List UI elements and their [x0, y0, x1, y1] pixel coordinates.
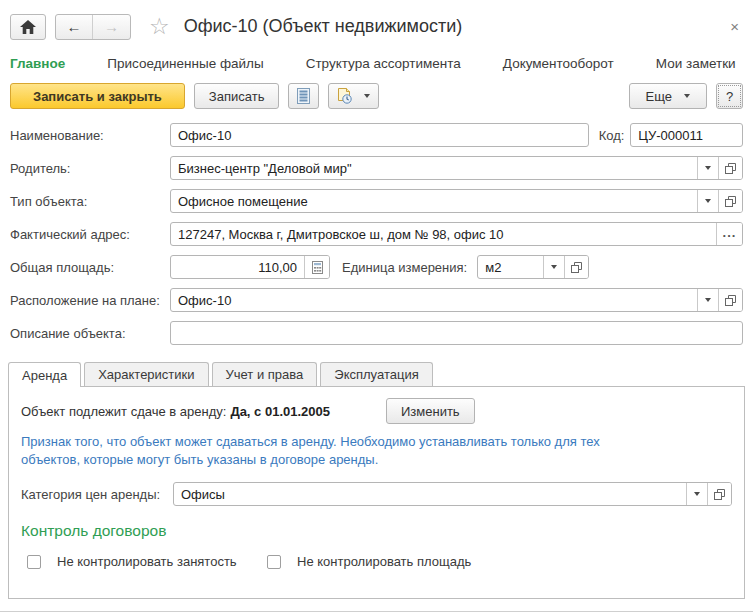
unit-dropdown-button[interactable] — [543, 256, 564, 278]
address-row: Фактический адрес: 127247, Москва г, Дми… — [10, 222, 743, 246]
rent-status-value: Да, с 01.01.2005 — [230, 404, 330, 419]
change-history-button[interactable] — [328, 83, 379, 109]
chevron-down-icon — [705, 166, 711, 170]
chevron-down-icon — [705, 199, 711, 203]
object-type-label: Тип объекта: — [10, 194, 170, 209]
rent-hint-text: Признак того, что объект может сдаваться… — [21, 433, 621, 469]
area-input[interactable]: 110,00 — [170, 255, 330, 279]
price-category-row: Категория цен аренды: Офисы — [21, 482, 732, 506]
name-row: Наименование: Офис-10 Код: ЦУ-000011 — [10, 123, 743, 147]
parent-label: Родитель: — [10, 161, 170, 176]
area-control-checkbox[interactable] — [267, 555, 281, 569]
area-checkbox-group: Не контролировать площадь — [267, 554, 471, 569]
nav-item-document-flow[interactable]: Документооборот — [503, 56, 614, 71]
description-label: Описание объекта: — [10, 326, 170, 341]
description-row: Описание объекта: — [10, 321, 743, 345]
occupancy-checkbox-label[interactable]: Не контролировать занятость — [57, 554, 237, 569]
nav-item-my-notes[interactable]: Мои заметки — [656, 56, 736, 71]
unit-open-button[interactable] — [564, 256, 588, 278]
object-form: Наименование: Офис-10 Код: ЦУ-000011 Род… — [0, 111, 753, 345]
unit-value: м2 — [478, 260, 543, 275]
description-input[interactable] — [170, 321, 743, 345]
unit-combo[interactable]: м2 — [477, 255, 589, 279]
unit-label: Единица измерения: — [342, 260, 467, 275]
plan-location-dropdown-button[interactable] — [697, 289, 718, 311]
help-button[interactable]: ? — [716, 83, 743, 109]
open-link-icon — [725, 295, 736, 306]
address-more-button[interactable]: ... — [716, 223, 742, 245]
rent-tab-panel: Объект подлежит сдаче в аренду: Да, с 01… — [8, 386, 745, 599]
parent-row: Родитель: Бизнес-центр "Деловой мир" — [10, 156, 743, 180]
parent-value: Бизнес-центр "Деловой мир" — [171, 161, 697, 176]
window-title: Офис-10 (Объект недвижимости) — [184, 16, 463, 37]
tab-rent[interactable]: Аренда — [8, 362, 81, 387]
section-menu: Главное Присоединенные файлы Структура а… — [0, 44, 753, 83]
object-type-value: Офисное помещение — [171, 194, 697, 209]
price-category-combo[interactable]: Офисы — [173, 482, 732, 506]
forward-button[interactable]: → — [93, 15, 130, 39]
area-label: Общая площадь: — [10, 260, 170, 275]
occupancy-checkbox-group: Не контролировать занятость — [27, 554, 267, 569]
back-button[interactable]: ← — [56, 15, 93, 39]
save-and-close-button[interactable]: Записать и закрыть — [10, 83, 185, 109]
parent-dropdown-button[interactable] — [697, 157, 718, 179]
rent-status-row: Объект подлежит сдаче в аренду: Да, с 01… — [21, 399, 732, 423]
favorite-star-icon[interactable]: ☆ — [149, 15, 170, 38]
history-nav-group: ← → — [55, 14, 131, 40]
object-type-dropdown-button[interactable] — [697, 190, 718, 212]
chevron-down-icon — [694, 492, 700, 496]
object-type-combo[interactable]: Офисное помещение — [170, 189, 743, 213]
tab-characteristics[interactable]: Характеристики — [84, 362, 208, 386]
price-category-dropdown-button[interactable] — [686, 483, 707, 505]
address-input[interactable]: 127247, Москва г, Дмитровское ш, дом № 9… — [170, 222, 743, 246]
form-toolbar: Записать и закрыть Записать Еще ? — [0, 83, 753, 111]
window-bottom-border — [0, 611, 753, 612]
contracts-control-heading: Контроль договоров — [21, 522, 732, 540]
price-category-label: Категория цен аренды: — [21, 487, 173, 502]
plan-location-row: Расположение на плане: Офис-10 — [10, 288, 743, 312]
home-button[interactable] — [10, 14, 46, 40]
nav-item-assortment-structure[interactable]: Структура ассортимента — [306, 56, 461, 71]
object-type-open-button[interactable] — [718, 190, 742, 212]
chevron-down-icon — [705, 298, 711, 302]
control-checkbox-row: Не контролировать занятость Не контролир… — [21, 554, 732, 569]
address-label: Фактический адрес: — [10, 227, 170, 242]
list-icon — [297, 88, 310, 104]
rent-status-label: Объект подлежит сдаче в аренду: — [21, 404, 226, 419]
nav-item-attached-files[interactable]: Присоединенные файлы — [107, 56, 263, 71]
tab-accounting-rights[interactable]: Учет и права — [212, 362, 318, 386]
parent-combo[interactable]: Бизнес-центр "Деловой мир" — [170, 156, 743, 180]
name-input[interactable]: Офис-10 — [170, 123, 589, 147]
code-input[interactable]: ЦУ-000011 — [630, 123, 743, 147]
area-row: Общая площадь: 110,00 Единица измерения:… — [10, 255, 743, 279]
open-link-icon — [714, 489, 725, 500]
parent-open-button[interactable] — [718, 157, 742, 179]
title-bar: ← → ☆ Офис-10 (Объект недвижимости) × — [0, 0, 753, 44]
occupancy-checkbox[interactable] — [27, 555, 41, 569]
chevron-down-icon — [364, 94, 370, 98]
detail-tabs: Аренда Характеристики Учет и права Экспл… — [8, 362, 745, 386]
name-value: Офис-10 — [171, 128, 588, 143]
save-button[interactable]: Записать — [194, 83, 280, 109]
close-icon[interactable]: × — [726, 18, 743, 35]
area-checkbox-label[interactable]: Не контролировать площадь — [297, 554, 471, 569]
area-value: 110,00 — [171, 260, 304, 275]
plan-location-open-button[interactable] — [718, 289, 742, 311]
address-value: 127247, Москва г, Дмитровское ш, дом № 9… — [171, 227, 716, 242]
forward-arrow-icon: → — [104, 18, 119, 35]
plan-location-label: Расположение на плане: — [10, 293, 170, 308]
area-calculator-button[interactable] — [304, 256, 329, 278]
change-button[interactable]: Изменить — [386, 398, 475, 424]
plan-location-combo[interactable]: Офис-10 — [170, 288, 743, 312]
back-arrow-icon: ← — [67, 18, 82, 35]
code-label: Код: — [599, 128, 625, 143]
price-category-open-button[interactable] — [707, 483, 731, 505]
show-in-list-button[interactable] — [288, 83, 319, 109]
calculator-icon — [312, 261, 323, 274]
more-button-label: Еще — [646, 89, 672, 104]
tab-exploitation[interactable]: Эксплуатация — [320, 362, 432, 386]
plan-location-value: Офис-10 — [171, 293, 697, 308]
nav-item-main[interactable]: Главное — [10, 56, 65, 71]
more-button[interactable]: Еще — [629, 83, 707, 109]
open-link-icon — [571, 262, 582, 273]
